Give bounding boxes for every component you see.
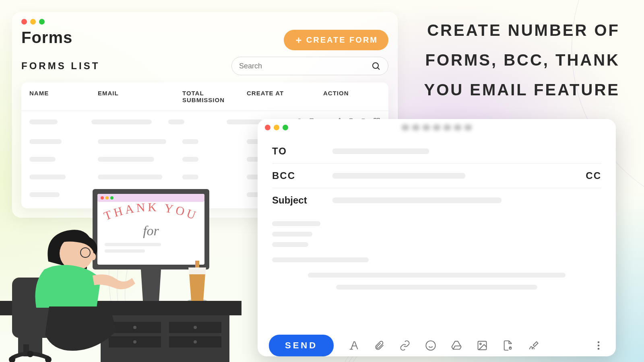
- svg-point-45: [60, 237, 93, 270]
- svg-rect-18: [101, 315, 229, 362]
- subject-field-row: Subject: [272, 188, 601, 212]
- col-name: NAME: [29, 90, 98, 103]
- svg-rect-41: [23, 344, 29, 356]
- headline-text: CREATE NUMBER OF FORMS, BCC, THANK YOU E…: [411, 15, 620, 105]
- svg-point-22: [133, 340, 136, 343]
- svg-point-43: [27, 351, 33, 357]
- svg-rect-17: [0, 301, 242, 315]
- create-form-button[interactable]: CREATE FORM: [284, 30, 388, 50]
- col-total: TOTAL SUBMISSION: [182, 90, 247, 103]
- email-window-header: [258, 119, 616, 136]
- format-icon[interactable]: [347, 339, 359, 352]
- email-window: TO BCC CC Subject SEND: [258, 119, 616, 356]
- image-icon[interactable]: [476, 339, 488, 352]
- bcc-field-row: BCC CC: [272, 164, 601, 188]
- svg-point-44: [45, 356, 52, 362]
- more-icon[interactable]: [592, 339, 605, 352]
- svg-point-26: [194, 340, 197, 343]
- close-dot[interactable]: [21, 19, 27, 25]
- to-input[interactable]: [332, 148, 429, 154]
- window-traffic-lights: [21, 19, 388, 25]
- attach-icon[interactable]: [373, 339, 385, 352]
- svg-point-10: [426, 341, 435, 350]
- table-header: NAME EMAIL TOTAL SUBMISSION CREATE AT AC…: [21, 82, 388, 111]
- svg-rect-40: [18, 334, 42, 354]
- email-body[interactable]: [258, 212, 616, 329]
- svg-point-12: [480, 343, 481, 345]
- to-label: TO: [272, 146, 316, 157]
- col-action: ACTION: [323, 90, 380, 103]
- subject-label: Subject: [272, 195, 316, 206]
- svg-rect-38: [195, 261, 199, 267]
- emoji-icon[interactable]: [425, 339, 437, 352]
- confidential-icon[interactable]: [502, 339, 514, 352]
- to-field-row: TO: [272, 139, 601, 164]
- svg-rect-23: [169, 322, 221, 333]
- plus-icon: [294, 36, 303, 45]
- svg-rect-36: [105, 249, 145, 253]
- svg-rect-19: [109, 322, 161, 333]
- cc-toggle[interactable]: CC: [586, 170, 601, 181]
- svg-point-16: [598, 348, 600, 350]
- svg-point-21: [133, 326, 136, 329]
- subject-input[interactable]: [332, 197, 502, 203]
- svg-rect-35: [105, 243, 161, 246]
- svg-text:for: for: [143, 223, 159, 238]
- col-created: CREATE AT: [247, 90, 323, 103]
- col-email: EMAIL: [98, 90, 182, 103]
- email-title-blurred: [402, 125, 472, 130]
- svg-point-0: [373, 63, 378, 68]
- maximize-dot[interactable]: [283, 125, 288, 130]
- svg-rect-39: [12, 278, 56, 338]
- search-input[interactable]: [239, 62, 371, 70]
- svg-point-42: [9, 356, 15, 362]
- forms-subtitle: FORMS LIST: [21, 60, 100, 72]
- signature-icon[interactable]: [528, 339, 540, 352]
- svg-point-46: [80, 248, 90, 257]
- svg-rect-24: [169, 336, 221, 348]
- email-toolbar: SEND: [258, 329, 616, 356]
- send-button[interactable]: SEND: [269, 335, 334, 356]
- svg-rect-20: [109, 336, 161, 348]
- svg-point-14: [598, 341, 600, 343]
- svg-point-25: [194, 326, 197, 329]
- bcc-input[interactable]: [332, 173, 465, 179]
- bcc-label: BCC: [272, 170, 316, 181]
- drive-icon[interactable]: [450, 339, 462, 352]
- svg-point-47: [91, 253, 96, 260]
- close-dot[interactable]: [265, 125, 270, 130]
- maximize-dot[interactable]: [39, 19, 45, 25]
- svg-point-37: [188, 299, 207, 302]
- svg-point-15: [598, 345, 600, 347]
- create-form-label: CREATE FORM: [306, 35, 378, 45]
- send-label: SEND: [285, 340, 318, 350]
- minimize-dot[interactable]: [30, 19, 36, 25]
- minimize-dot[interactable]: [274, 125, 279, 130]
- search-field[interactable]: [231, 57, 388, 75]
- search-icon: [371, 61, 381, 71]
- link-icon[interactable]: [399, 339, 411, 352]
